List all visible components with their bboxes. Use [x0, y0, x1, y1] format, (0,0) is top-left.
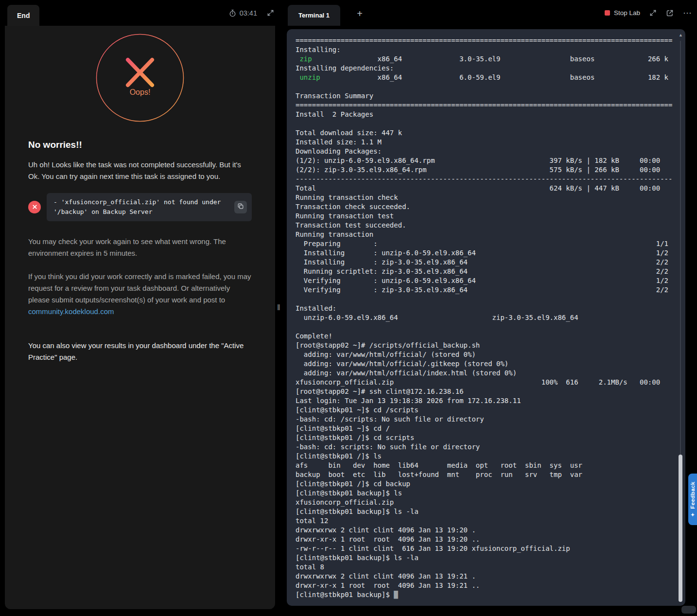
- terminal-line: Total download size: 447 k: [296, 128, 677, 138]
- terminal-line: unzip-6.0-59.el9.x86_64 zip-3.0-35.el9.x…: [296, 313, 677, 322]
- terminal-line: backup boot etc lib lost+found mnt proc …: [296, 470, 677, 479]
- terminal-line: [root@stapp02 ~]# /scripts/official_back…: [296, 341, 677, 350]
- open-external-icon[interactable]: [666, 9, 674, 17]
- terminal-line: Transaction test succeeded.: [296, 221, 677, 230]
- scroll-up-arrow-icon[interactable]: ▲: [679, 33, 683, 37]
- timer-value: 03:41: [240, 9, 257, 17]
- terminal-line: [296, 295, 677, 304]
- check-note: You may check your work again to see wha…: [28, 236, 252, 259]
- terminal-line: [clint@stbkp01 backup]$ ls: [296, 489, 677, 498]
- terminal-line: adding: var/www/html/official/index.html…: [296, 369, 677, 378]
- left-header: End 03:41: [0, 0, 280, 26]
- terminal-tab-label: Terminal 1: [298, 12, 330, 19]
- result-content: No worries!! Uh oh! Looks like the task …: [5, 140, 275, 363]
- terminal-line: xfusioncorp_official.zip: [296, 498, 677, 507]
- review-note-text: If you think you did your work correctly…: [28, 272, 251, 304]
- terminal-line: total 12: [296, 516, 677, 526]
- copy-button[interactable]: [234, 201, 247, 213]
- terminal-line: Running scriptlet: zip-3.0-35.el9.x86_64…: [296, 267, 677, 276]
- error-line-1: - 'xfusioncorp_official.zip' not found u…: [53, 197, 221, 207]
- error-message-box: - 'xfusioncorp_official.zip' not found u…: [47, 193, 252, 221]
- terminal-line: Install 2 Packages: [296, 110, 677, 119]
- expand-icon[interactable]: [267, 9, 274, 17]
- terminal-line: [296, 119, 677, 128]
- stop-lab-button[interactable]: Stop Lab: [605, 9, 640, 17]
- oops-circle-icon: [96, 34, 184, 122]
- terminal-header: Terminal 1 + Stop Lab ⋯: [287, 0, 697, 26]
- terminal-header-actions: Stop Lab ⋯: [605, 0, 692, 26]
- end-tab[interactable]: End: [7, 5, 39, 26]
- stop-lab-label: Stop Lab: [614, 9, 640, 17]
- terminal-line: Installing dependencies:: [296, 64, 677, 73]
- terminal-line: Verifying : zip-3.0-35.el9.x86_64 2/2: [296, 285, 677, 295]
- terminal-line: Transaction Summary: [296, 91, 677, 101]
- terminal-line: [root@stapp02 ~]# ssh clint@172.16.238.1…: [296, 387, 677, 396]
- terminal-line: Last login: Tue Jan 13 19:18:38 2026 fro…: [296, 396, 677, 405]
- terminal-line: adding: var/www/html/official/ (stored 0…: [296, 350, 677, 359]
- feedback-label: Feedback: [690, 481, 696, 509]
- terminal-line: drwxr-xr-x 1 root root 4096 Jan 13 19:20…: [296, 535, 677, 544]
- terminal-line: [clint@stbkp01 /]$ cd backup: [296, 479, 677, 489]
- left-header-actions: 03:41: [229, 0, 274, 26]
- stopwatch-icon: [229, 9, 236, 17]
- terminal-line: Running transaction: [296, 230, 677, 239]
- end-tab-label: End: [17, 12, 30, 19]
- terminal-scrollbar-thumb[interactable]: [679, 455, 682, 602]
- panel-divider-handle[interactable]: ‖: [277, 303, 280, 312]
- terminal-line: [clint@stbkp01 /]$ cd scripts: [296, 433, 677, 442]
- stop-square-icon: [605, 10, 610, 16]
- community-link[interactable]: community.kodekloud.com: [28, 307, 114, 316]
- feedback-star-icon: ✦: [690, 511, 696, 517]
- error-badge: [28, 201, 41, 213]
- terminal-line: ----------------------------------------…: [296, 175, 677, 184]
- terminal-line: [296, 322, 677, 332]
- terminal-line: -bash: cd: /scripts: No such file or dir…: [296, 415, 677, 424]
- new-terminal-button[interactable]: +: [353, 7, 366, 20]
- terminal-line: drwxrwxrwx 2 clint clint 4096 Jan 13 19:…: [296, 572, 677, 581]
- terminal-line: [clint@stbkp01 ~]$ cd /: [296, 424, 677, 433]
- timer: 03:41: [229, 9, 257, 17]
- feedback-tab[interactable]: ✦ Feedback: [688, 474, 697, 525]
- fullscreen-icon[interactable]: [649, 9, 657, 17]
- terminal-line: Installed:: [296, 304, 677, 313]
- feedback-tab-inner: ✦ Feedback: [690, 481, 696, 517]
- terminal-line: [clint@stbkp01 backup]$ ls -la: [296, 507, 677, 516]
- terminal-line: zip x86_64 3.0-35.el9 baseos 266 k: [296, 54, 677, 64]
- terminal-line: total 8: [296, 563, 677, 572]
- error-row: - 'xfusioncorp_official.zip' not found u…: [28, 193, 252, 221]
- terminal-line: -bash: cd: scripts: No such file or dire…: [296, 442, 677, 452]
- terminal-line: Installing : zip-3.0-35.el9.x86_64 2/2: [296, 258, 677, 267]
- terminal-line: [296, 82, 677, 91]
- result-intro: Uh oh! Looks like the task was not compl…: [28, 159, 252, 182]
- terminal-output: ========================================…: [296, 36, 677, 599]
- review-note: If you think you did your work correctly…: [28, 271, 252, 317]
- terminal-line: Total 624 kB/s | 447 kB 00:00: [296, 184, 677, 193]
- terminal-line: drwxr-xr-x 1 root root 4096 Jan 13 19:21…: [296, 581, 677, 590]
- terminal-line: ========================================…: [296, 101, 677, 110]
- terminal-line: Downloading Packages:: [296, 147, 677, 156]
- terminal-line: Verifying : unzip-6.0-59.el9.x86_64 1/2: [296, 276, 677, 285]
- copy-icon: [237, 203, 244, 211]
- terminal-line: Transaction check succeeded.: [296, 202, 677, 211]
- terminal-window[interactable]: ========================================…: [287, 29, 685, 606]
- terminal-line: ========================================…: [296, 36, 677, 45]
- terminal-line: (1/2): unzip-6.0-59.el9.x86_64.rpm 397 k…: [296, 156, 677, 165]
- terminal-line: -rw-r--r-- 1 clint clint 616 Jan 13 19:2…: [296, 544, 677, 553]
- terminal-line: unzip x86_64 6.0-59.el9 baseos 182 k: [296, 73, 677, 82]
- terminal-line: Running transaction check: [296, 193, 677, 202]
- oops-badge: Oops!: [96, 34, 184, 122]
- error-message-text: - 'xfusioncorp_official.zip' not found u…: [53, 197, 221, 217]
- oops-x-icon: [128, 60, 152, 85]
- terminal-line: adding: var/www/html/official/.gitkeep (…: [296, 359, 677, 369]
- error-x-icon: [32, 203, 37, 211]
- tab-terminal-1[interactable]: Terminal 1: [288, 5, 340, 26]
- more-menu-icon[interactable]: ⋯: [683, 8, 692, 18]
- terminal-line: Running transaction test: [296, 211, 677, 221]
- terminal-line: Installed size: 1.1 M: [296, 138, 677, 147]
- terminal-line: xfusioncorp_official.zip 100% 616 2.1MB/…: [296, 378, 677, 387]
- terminal-line: afs bin dev home lib64 media opt root sb…: [296, 461, 677, 470]
- result-panel: Oops! No worries!! Uh oh! Looks like the…: [5, 26, 275, 609]
- terminal-line: [clint@stbkp01 ~]$ cd /scripts: [296, 405, 677, 415]
- result-heading: No worries!!: [28, 140, 252, 150]
- dashboard-note: You can also view your results in your d…: [28, 340, 252, 363]
